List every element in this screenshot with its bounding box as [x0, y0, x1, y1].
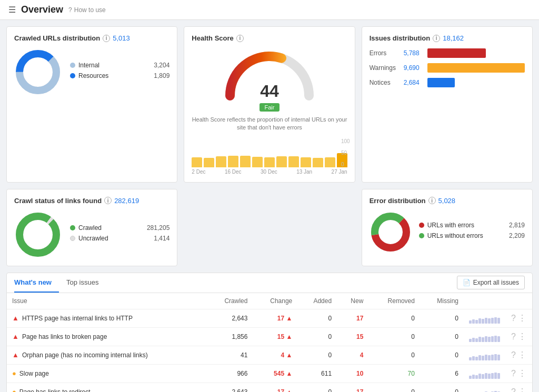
chart-bar	[216, 156, 226, 167]
spark-bar	[494, 373, 497, 379]
crawl-status-legend: Crawled 281,205 Uncrawled 1,414	[70, 224, 169, 245]
error-distribution-title: Error distribution i 5,028	[370, 197, 525, 205]
issue-name: Orphan page (has no incoming internal li…	[22, 351, 148, 359]
spark-bar	[482, 337, 484, 342]
error-icon: ▲	[12, 333, 19, 340]
table-row: ▲ Page has links to broken page 1,856 15…	[7, 327, 532, 346]
error-distribution-card: Error distribution i 5,028 URLs with err…	[362, 189, 533, 266]
crawl-status-donut-container: Crawled 281,205 Uncrawled 1,414	[14, 211, 169, 258]
chart-bar	[192, 157, 202, 167]
crawled-cell: 2,643	[207, 383, 253, 392]
change-cell: 17 ▲	[253, 309, 297, 327]
table-row: ▲ HTTPS page has internal links to HTTP …	[7, 309, 532, 327]
chart-bar	[313, 158, 323, 167]
notices-bar-row: Notices 2,684	[370, 78, 525, 87]
more-icon[interactable]: ⋮	[518, 350, 526, 360]
top-bar: ☰ Overview ? How to use	[0, 0, 539, 20]
crawled-urls-donut-container: Internal 3,204 Resources 1,809	[14, 48, 169, 96]
crawled-urls-info-icon[interactable]: i	[103, 35, 110, 42]
chart-bar	[204, 158, 214, 167]
chart-bar	[276, 156, 287, 167]
col-issue: Issue	[7, 293, 207, 309]
spark-bar	[482, 319, 484, 324]
chart-bar	[288, 156, 299, 167]
crawled-legend-item: Crawled 281,205	[70, 224, 169, 232]
help-icon[interactable]: ?	[511, 314, 516, 323]
spark-bar	[494, 354, 497, 360]
spark-bar	[469, 357, 472, 360]
change-value: 4 ▲	[281, 351, 292, 359]
crawled-cell: 966	[207, 364, 253, 383]
urls-errors-dot	[419, 223, 424, 228]
new-cell: 17	[337, 309, 368, 327]
tab-top-issues[interactable]: Top issues	[66, 273, 106, 293]
spark-bar	[485, 373, 487, 379]
spark-bar	[475, 320, 478, 324]
added-cell: 611	[297, 364, 337, 383]
page-title: Overview	[21, 4, 63, 15]
spark-bar	[497, 318, 500, 324]
spark-bar	[472, 375, 475, 379]
action-cell: ? ⋮	[506, 364, 532, 383]
warning-icon: ●	[12, 388, 16, 392]
chart-labels: 2 Dec 16 Dec 30 Dec 13 Jan 27 Jan	[192, 169, 347, 175]
tab-items: What's new Top issues	[14, 273, 113, 293]
export-button[interactable]: 📄 Export all issues	[457, 276, 525, 289]
spark-bar	[475, 338, 478, 342]
missing-cell: 0	[420, 327, 464, 346]
issue-name-cell: ● Page has links to redirect	[7, 383, 207, 392]
warnings-bar-track	[427, 63, 525, 73]
error-icon: ▲	[12, 314, 19, 322]
menu-icon[interactable]: ☰	[8, 5, 16, 15]
table-row: ● Page has links to redirect 2,643 17 ▲ …	[7, 383, 532, 392]
removed-cell: 0	[368, 346, 420, 364]
more-icon[interactable]: ⋮	[518, 368, 526, 378]
chart-scale: 100 50 0	[341, 138, 350, 167]
removed-cell: 0	[368, 327, 420, 346]
top-row: Crawled URLs distribution i 5,013 Intern…	[6, 26, 533, 183]
crawl-status-info-icon[interactable]: i	[104, 197, 112, 204]
spark-bar	[478, 374, 481, 379]
issue-name: HTTPS page has internal links to HTTP	[22, 315, 133, 322]
spark-bar	[472, 338, 475, 342]
issues-table-card: What's new Top issues 📄 Export all issue…	[6, 273, 533, 392]
issue-name-cell: ▲ HTTPS page has internal links to HTTP	[7, 309, 207, 327]
spark-bar	[472, 319, 475, 324]
health-score-info-icon[interactable]: i	[236, 35, 244, 42]
health-score-container: 44 Fair Health Score reflects the propor…	[192, 48, 347, 175]
spark-bar	[497, 336, 500, 342]
resources-legend-item: Resources 1,809	[70, 72, 169, 79]
more-icon[interactable]: ⋮	[518, 387, 526, 392]
crawled-cell: 41	[207, 346, 253, 364]
errors-bar-track	[427, 48, 525, 58]
spark-bar	[475, 357, 478, 360]
col-added: Added	[297, 293, 337, 309]
help-icon[interactable]: ?	[511, 387, 516, 392]
change-cell: 17 ▲	[253, 383, 297, 392]
issues-dist-info-icon[interactable]: i	[433, 35, 440, 42]
col-crawled: Crawled	[207, 293, 253, 309]
sparkline	[469, 387, 501, 392]
help-icon[interactable]: ?	[511, 332, 516, 341]
missing-cell: 0	[420, 309, 464, 327]
help-icon[interactable]: ?	[511, 350, 516, 360]
health-score-description: Health Score reflects the proportion of …	[192, 116, 347, 132]
error-dist-info-icon[interactable]: i	[428, 197, 436, 204]
change-value: 545 ▲	[274, 370, 292, 377]
error-dist-donut	[370, 211, 412, 253]
question-icon: ?	[68, 6, 72, 14]
sparkline-cell	[464, 364, 506, 383]
resources-dot	[70, 73, 75, 78]
how-to-link[interactable]: ? How to use	[68, 6, 106, 14]
tab-whats-new[interactable]: What's new	[14, 273, 59, 293]
export-icon: 📄	[463, 279, 471, 286]
issue-name: Page has links to redirect	[19, 388, 91, 392]
notices-bar-fill	[427, 78, 455, 87]
more-icon[interactable]: ⋮	[518, 331, 526, 341]
help-icon[interactable]: ?	[511, 369, 516, 378]
sparkline-cell	[464, 383, 506, 392]
more-icon[interactable]: ⋮	[518, 313, 526, 323]
issue-name: Slow page	[19, 370, 49, 377]
sparkline	[469, 368, 501, 379]
issues-table-body: ▲ HTTPS page has internal links to HTTP …	[7, 309, 532, 392]
